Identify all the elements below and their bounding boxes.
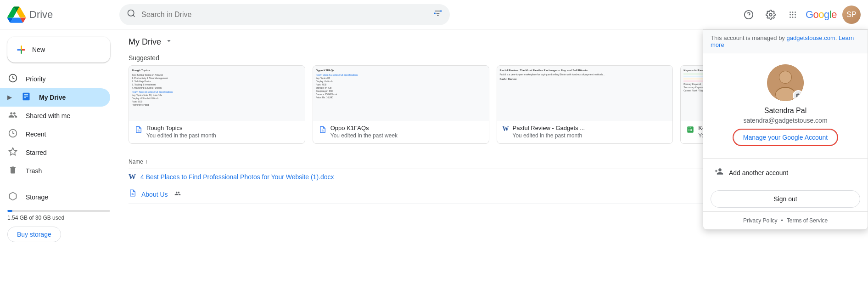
shared-with-me-icon — [7, 110, 18, 122]
search-bar[interactable] — [119, 4, 450, 25]
my-drive-icon — [21, 92, 32, 103]
popup-avatar — [767, 64, 804, 101]
card-date-1: You edited in the past week — [330, 132, 483, 139]
page-title: My Drive — [129, 37, 161, 47]
help-button[interactable] — [739, 6, 758, 24]
card-name-1: Oppo K1FAQs — [330, 125, 483, 131]
drive-logo-icon — [7, 6, 26, 24]
google-logo: Google — [806, 9, 837, 21]
card-file-icon-0 — [134, 125, 143, 136]
card-preview-content-0: Rough Topics Best Selling Topics on Amaz… — [129, 66, 305, 121]
card-file-icon-3 — [686, 125, 694, 136]
file-doc-icon-0: W — [129, 173, 136, 181]
svg-point-12 — [795, 11, 796, 13]
svg-point-17 — [792, 17, 794, 18]
card-name-2: Paxful Review - Gadgets ... — [513, 125, 667, 131]
svg-point-18 — [795, 17, 796, 18]
svg-point-14 — [792, 14, 794, 15]
card-preview-0: Rough Topics Best Selling Topics on Amaz… — [129, 66, 305, 121]
managed-domain-link[interactable]: gadgetstouse.com — [787, 34, 835, 41]
trash-icon — [7, 165, 18, 177]
sidebar-item-recent[interactable]: Recent — [0, 125, 110, 143]
new-button-label: New — [32, 46, 45, 53]
starred-icon — [7, 147, 18, 159]
popup-user-email: satendra@gadgetstouse.com — [743, 117, 827, 124]
new-button[interactable]: New — [7, 37, 110, 62]
sign-out-button[interactable]: Sign out — [711, 190, 860, 208]
column-name[interactable]: Name ↑ — [129, 159, 710, 165]
search-icon — [127, 9, 136, 20]
storage-fill — [7, 210, 12, 212]
sidebar: New Priority ▶ My Drive — [0, 29, 118, 301]
file-name-cell-1: About Us — [129, 189, 710, 199]
add-account-row[interactable]: Add another account — [711, 162, 860, 183]
terms-of-service-link[interactable]: Terms of Service — [787, 217, 828, 224]
sidebar-item-recent-label: Recent — [26, 131, 46, 138]
footer-separator: • — [781, 217, 783, 224]
logo-area: Drive — [7, 6, 108, 24]
card-file-icon-2: W — [503, 125, 509, 133]
sidebar-item-shared-with-me[interactable]: Shared with me — [0, 107, 110, 125]
card-details-0: Rough Topics You edited in the past mont… — [146, 125, 299, 139]
popup-user-name: Satendra Pal — [764, 107, 807, 115]
popup-user-section: Satendra Pal satendra@gadgetstouse.com M… — [703, 53, 868, 158]
card-info-1: Oppo K1FAQs You edited in the past week — [313, 121, 489, 143]
sidebar-item-starred-label: Starred — [26, 149, 47, 156]
card-name-0: Rough Topics — [146, 125, 299, 131]
sidebar-item-my-drive[interactable]: ▶ My Drive — [0, 88, 110, 107]
card-info-0: Rough Topics You edited in the past mont… — [129, 121, 305, 143]
manage-account-button[interactable]: Manage your Google Account — [734, 130, 837, 145]
svg-point-11 — [792, 11, 794, 13]
svg-point-5 — [440, 10, 442, 11]
popup-footer: Privacy Policy • Terms of Service — [703, 211, 868, 229]
drive-dropdown-icon[interactable] — [165, 37, 173, 47]
sidebar-item-my-drive-label: My Drive — [39, 94, 66, 101]
suggestion-card-0[interactable]: Rough Topics Best Selling Topics on Amaz… — [129, 65, 305, 144]
card-preview-1: Oppo K1FAQs Reply: Oppo K1 series Full S… — [313, 66, 489, 121]
camera-button[interactable] — [793, 90, 804, 101]
suggestion-card-2[interactable]: Paxful Review: The Most Flexible Exchang… — [497, 65, 673, 144]
storage-text: 1.54 GB of 30 GB used — [7, 215, 110, 221]
svg-point-9 — [769, 13, 772, 16]
svg-line-1 — [133, 15, 135, 17]
add-account-label: Add another account — [729, 169, 788, 176]
file-doc-icon-1 — [129, 189, 137, 199]
card-date-2: You edited in the past month — [513, 132, 667, 139]
managed-text: This account is managed by — [711, 34, 785, 41]
search-input[interactable] — [141, 11, 430, 19]
buy-storage-button[interactable]: Buy storage — [7, 227, 61, 242]
sort-icon: ↑ — [145, 159, 148, 165]
card-date-0: You edited in the past month — [146, 132, 299, 139]
new-plus-icon — [15, 43, 28, 56]
svg-point-15 — [795, 14, 796, 15]
svg-marker-21 — [9, 148, 17, 155]
recent-icon — [7, 129, 18, 140]
sidebar-divider — [0, 184, 118, 184]
sidebar-item-storage: Storage — [0, 188, 110, 206]
svg-point-10 — [790, 11, 791, 13]
header-actions: Google SP — [739, 6, 861, 24]
settings-button[interactable] — [762, 6, 780, 24]
svg-point-26 — [776, 88, 795, 101]
card-preview-2: Paxful Review: The Most Flexible Exchang… — [497, 66, 673, 121]
svg-point-25 — [779, 71, 791, 83]
file-name-text-0: 4 Best Places to Find Professional Photo… — [140, 173, 334, 181]
card-file-icon-1 — [319, 125, 327, 136]
search-filter-icon[interactable] — [433, 9, 442, 20]
sidebar-item-starred[interactable]: Starred — [0, 143, 110, 162]
storage-bar — [7, 210, 110, 212]
suggestion-card-1[interactable]: Oppo K1FAQs Reply: Oppo K1 series Full S… — [313, 65, 489, 144]
storage-icon — [7, 192, 18, 203]
privacy-policy-link[interactable]: Privacy Policy — [743, 217, 778, 224]
expand-icon: ▶ — [7, 94, 11, 101]
sidebar-item-priority[interactable]: Priority — [0, 70, 110, 88]
popup-actions: Add another account — [703, 159, 868, 187]
apps-button[interactable] — [784, 6, 802, 24]
sidebar-item-trash[interactable]: Trash — [0, 162, 110, 180]
storage-section: 1.54 GB of 30 GB used Buy storage — [7, 210, 110, 242]
svg-point-6 — [434, 12, 436, 14]
account-popup: This account is managed by gadgetstouse.… — [703, 29, 868, 230]
account-avatar-button[interactable]: SP — [842, 6, 861, 24]
card-details-1: Oppo K1FAQs You edited in the past week — [330, 125, 483, 139]
card-info-2: W Paxful Review - Gadgets ... You edited… — [497, 121, 673, 143]
